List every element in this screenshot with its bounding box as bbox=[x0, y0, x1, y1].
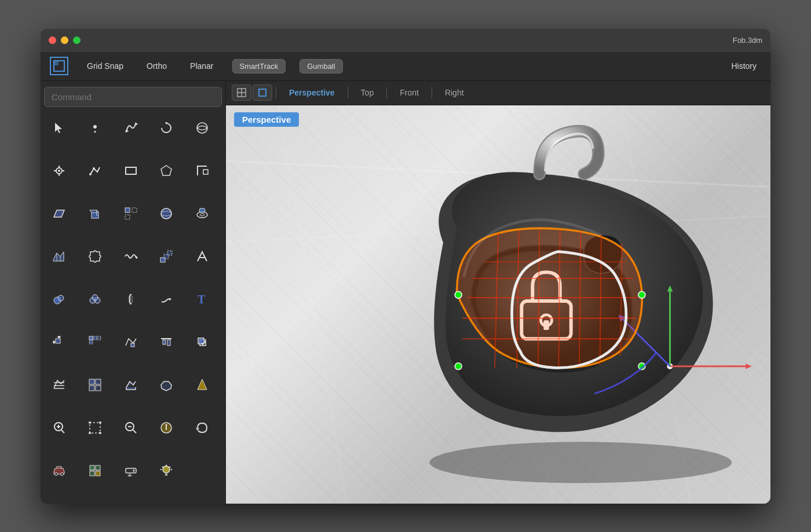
svg-marker-69 bbox=[196, 428, 199, 431]
svg-rect-38 bbox=[89, 336, 93, 340]
command-input[interactable] bbox=[44, 87, 222, 107]
tool-curve[interactable] bbox=[116, 113, 146, 143]
tool-dropdown[interactable] bbox=[116, 456, 146, 486]
tool-point[interactable] bbox=[80, 113, 110, 143]
ortho-button[interactable]: Ortho bbox=[142, 59, 171, 73]
svg-marker-5 bbox=[134, 122, 138, 126]
tool-select-region[interactable] bbox=[80, 413, 110, 443]
svg-rect-51 bbox=[89, 386, 94, 391]
tab-separator2 bbox=[348, 87, 348, 98]
tool-zoom-window[interactable] bbox=[116, 413, 146, 443]
svg-marker-79 bbox=[127, 474, 132, 476]
viewport-icon[interactable] bbox=[50, 57, 68, 75]
tool-polyline[interactable] bbox=[80, 156, 110, 186]
tool-grid[interactable] bbox=[44, 370, 74, 400]
tool-surface[interactable] bbox=[44, 199, 74, 229]
toolbar: Grid Snap Ortho Planar SmartTrack Gumbal… bbox=[41, 52, 770, 81]
smarttrack-button[interactable]: SmartTrack bbox=[232, 59, 286, 74]
tool-undo-view[interactable] bbox=[187, 413, 217, 443]
svg-point-14 bbox=[89, 173, 92, 175]
tool-arrow[interactable] bbox=[187, 241, 217, 271]
tool-array[interactable] bbox=[80, 327, 110, 357]
tool-transform[interactable] bbox=[116, 199, 146, 229]
viewport-single-icon[interactable] bbox=[253, 85, 272, 101]
tool-text[interactable]: T bbox=[187, 284, 217, 314]
tool-grid3[interactable] bbox=[80, 456, 110, 486]
svg-rect-42 bbox=[131, 343, 134, 347]
tool-rotate[interactable] bbox=[151, 113, 181, 143]
viewport-grid-icon[interactable] bbox=[232, 85, 251, 101]
tool-unwrap[interactable] bbox=[116, 370, 146, 400]
svg-point-70 bbox=[55, 473, 58, 476]
tool-boolean[interactable] bbox=[187, 327, 217, 357]
tool-car[interactable] bbox=[44, 456, 74, 486]
svg-point-15 bbox=[93, 167, 95, 170]
tool-align[interactable] bbox=[151, 327, 181, 357]
gumball-button[interactable]: Gumball bbox=[299, 59, 342, 74]
grid-snap-button[interactable]: Grid Snap bbox=[82, 59, 128, 73]
svg-rect-72 bbox=[90, 465, 94, 470]
tool-mirror[interactable] bbox=[116, 284, 146, 314]
tool-view[interactable] bbox=[44, 156, 74, 186]
tool-extrude[interactable] bbox=[80, 199, 110, 229]
maximize-button[interactable] bbox=[73, 36, 81, 44]
svg-point-119 bbox=[638, 291, 645, 298]
tool-rotate3d[interactable] bbox=[187, 113, 217, 143]
tool-blob2[interactable] bbox=[80, 284, 110, 314]
svg-point-24 bbox=[200, 214, 204, 216]
tool-wave[interactable] bbox=[116, 241, 146, 271]
svg-point-21 bbox=[161, 208, 171, 219]
tool-cage2[interactable] bbox=[151, 370, 181, 400]
tab-separator3 bbox=[386, 87, 387, 98]
history-button[interactable]: History bbox=[726, 59, 761, 73]
viewport-canvas[interactable]: Perspective bbox=[226, 105, 770, 504]
tool-sphere[interactable] bbox=[151, 199, 181, 229]
svg-point-2 bbox=[93, 125, 97, 129]
tool-grid2[interactable] bbox=[80, 370, 110, 400]
svg-marker-17 bbox=[161, 166, 171, 175]
tool-select[interactable] bbox=[44, 113, 74, 143]
close-button[interactable] bbox=[49, 36, 56, 44]
svg-rect-74 bbox=[90, 471, 94, 476]
svg-point-71 bbox=[61, 473, 64, 476]
svg-rect-77 bbox=[126, 468, 136, 473]
tab-right[interactable]: Right bbox=[436, 86, 473, 100]
traffic-lights bbox=[49, 36, 81, 44]
svg-point-34 bbox=[92, 295, 98, 300]
svg-rect-58 bbox=[90, 423, 100, 433]
tab-separator bbox=[276, 87, 276, 98]
tool-torus[interactable] bbox=[187, 199, 217, 229]
tool-zoom1[interactable] bbox=[187, 370, 217, 400]
tool-zoom2[interactable] bbox=[44, 413, 74, 443]
tab-perspective[interactable]: Perspective bbox=[280, 86, 344, 100]
svg-rect-75 bbox=[96, 471, 100, 476]
tool-flow[interactable] bbox=[151, 284, 181, 314]
viewport-icon-svg bbox=[53, 60, 65, 72]
viewport-area: Perspective Top Front Right Perspective bbox=[226, 81, 770, 504]
tool-rect[interactable] bbox=[116, 156, 146, 186]
svg-rect-40 bbox=[97, 336, 101, 340]
tool-light[interactable] bbox=[151, 456, 181, 486]
tool-move[interactable] bbox=[44, 327, 74, 357]
svg-rect-50 bbox=[96, 379, 101, 384]
tool-polygon[interactable] bbox=[151, 156, 181, 186]
viewport-tabs-bar: Perspective Top Front Right bbox=[226, 81, 770, 105]
tool-blob1[interactable] bbox=[44, 284, 74, 314]
svg-line-83 bbox=[169, 467, 170, 468]
tools-grid: T bbox=[44, 113, 222, 498]
tab-top[interactable]: Top bbox=[352, 86, 383, 100]
svg-rect-1 bbox=[54, 61, 59, 65]
tool-mesh[interactable] bbox=[44, 241, 74, 271]
svg-point-59 bbox=[89, 421, 91, 424]
svg-marker-53 bbox=[198, 379, 207, 390]
svg-rect-39 bbox=[93, 336, 97, 340]
tool-orient[interactable] bbox=[116, 327, 146, 357]
tool-blocks[interactable] bbox=[151, 241, 181, 271]
tool-analyze[interactable] bbox=[151, 413, 181, 443]
tool-corner[interactable] bbox=[187, 156, 217, 186]
minimize-button[interactable] bbox=[61, 36, 68, 44]
planar-button[interactable]: Planar bbox=[185, 59, 218, 73]
title-bar: Fob.3dm bbox=[41, 29, 770, 52]
tab-front[interactable]: Front bbox=[390, 86, 428, 100]
tool-puzzle[interactable] bbox=[80, 241, 110, 271]
